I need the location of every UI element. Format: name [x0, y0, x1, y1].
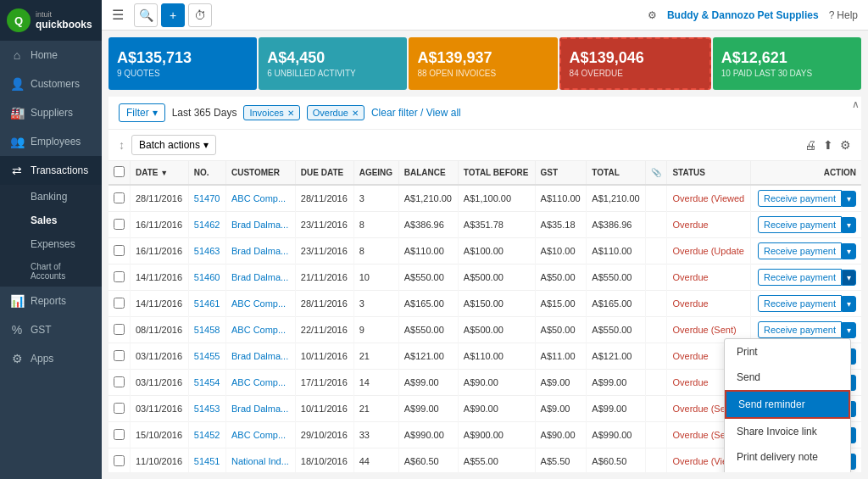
settings-icon[interactable]: ⚙ [840, 138, 851, 152]
receive-payment-button[interactable]: Receive payment [758, 216, 842, 233]
print-icon[interactable]: 🖨 [804, 138, 816, 152]
add-button[interactable]: + [161, 3, 185, 27]
balance-header[interactable]: BALANCE [398, 161, 458, 185]
collapse-button[interactable]: ∧ [852, 98, 860, 110]
unbilled-card[interactable]: A$4,450 6 UNBILLED ACTIVITY [259, 37, 407, 90]
total-before-header[interactable]: TOTAL BEFORE [458, 161, 535, 185]
sidebar-item-customers[interactable]: 👤 Customers [0, 70, 102, 98]
ageing-header[interactable]: AGEING [353, 161, 398, 185]
row-customer[interactable]: Brad Dalma... [225, 396, 295, 422]
sidebar-item-gst[interactable]: % GST [0, 315, 102, 344]
row-checkbox[interactable] [114, 219, 125, 230]
row-no[interactable]: 51461 [188, 291, 225, 317]
row-checkbox[interactable] [114, 245, 125, 256]
row-checkbox[interactable] [114, 192, 125, 203]
row-customer[interactable]: ABC Comp... [225, 317, 295, 343]
sidebar-item-apps[interactable]: ⚙ Apps [0, 344, 102, 373]
sidebar-item-suppliers[interactable]: 🏭 Suppliers [0, 98, 102, 127]
batch-actions-button[interactable]: Batch actions ▾ [131, 135, 216, 155]
overdue-card[interactable]: A$139,046 84 OVERDUE [559, 37, 711, 90]
row-customer[interactable]: National Ind... [225, 448, 295, 473]
table-row: 16/11/2016 51462 Brad Dalma... 23/11/201… [108, 212, 861, 238]
row-customer[interactable]: ABC Comp... [225, 185, 295, 212]
search-button[interactable]: 🔍 [134, 3, 158, 27]
row-checkbox[interactable] [114, 455, 125, 466]
receive-payment-button[interactable]: Receive payment [758, 190, 842, 207]
row-no[interactable]: 51453 [188, 396, 225, 422]
clear-filter-link[interactable]: Clear filter / View all [371, 107, 461, 119]
row-customer[interactable]: ABC Comp... [225, 370, 295, 396]
sidebar-item-chart[interactable]: Chart of Accounts [0, 256, 102, 287]
date-range: Last 365 Days [172, 107, 237, 119]
row-checkbox[interactable] [114, 271, 125, 282]
sidebar-item-sales[interactable]: Sales [0, 209, 102, 232]
sidebar-item-home[interactable]: ⌂ Home [0, 41, 102, 70]
receive-payment-button[interactable]: Receive payment [758, 321, 842, 338]
topbar-left: ☰ 🔍 + ⏱ [112, 3, 212, 27]
paid-card[interactable]: A$12,621 10 PAID LAST 30 DAYS [713, 37, 861, 90]
gear-icon[interactable]: ⚙ [648, 9, 657, 21]
row-checkbox[interactable] [114, 403, 125, 414]
receive-payment-dropdown[interactable]: ▾ [842, 270, 856, 286]
total-header[interactable]: TOTAL [587, 161, 646, 185]
menu-item-send[interactable]: Send [725, 365, 850, 390]
row-customer[interactable]: ABC Comp... [225, 422, 295, 448]
row-no[interactable]: 51451 [188, 448, 225, 473]
row-checkbox[interactable] [114, 376, 125, 387]
due-date-header[interactable]: DUE DATE [295, 161, 353, 185]
row-checkbox-cell [108, 370, 131, 396]
remove-overdue-tag[interactable]: ✕ [352, 109, 359, 118]
row-customer[interactable]: ABC Comp... [225, 291, 295, 317]
row-customer[interactable]: Brad Dalma... [225, 265, 295, 291]
row-no[interactable]: 51463 [188, 238, 225, 265]
sidebar-item-transactions[interactable]: ⇄ Transactions [0, 156, 102, 185]
row-no[interactable]: 51460 [188, 265, 225, 291]
quotes-card[interactable]: A$135,713 9 QUOTES [108, 37, 257, 90]
hamburger-icon[interactable]: ☰ [112, 7, 124, 23]
row-no[interactable]: 51470 [188, 185, 225, 212]
row-checkbox[interactable] [114, 350, 125, 361]
row-checkbox[interactable] [114, 324, 125, 335]
menu-item-share-invoice[interactable]: Share Invoice link [725, 419, 850, 444]
export-icon[interactable]: ⬆ [823, 138, 833, 152]
date-header[interactable]: DATE ▼ [131, 161, 189, 185]
menu-item-copy[interactable]: Copy [725, 470, 850, 472]
receive-payment-dropdown[interactable]: ▾ [842, 322, 856, 338]
row-no[interactable]: 51455 [188, 343, 225, 370]
sidebar-item-banking[interactable]: Banking [0, 185, 102, 209]
status-header[interactable]: STATUS [667, 161, 751, 185]
receive-payment-dropdown[interactable]: ▾ [842, 191, 856, 207]
select-all-checkbox[interactable] [114, 166, 125, 177]
sidebar-item-expenses[interactable]: Expenses [0, 232, 102, 256]
no-header[interactable]: NO. [188, 161, 225, 185]
row-date: 03/11/2016 [131, 396, 189, 422]
menu-item-send-reminder[interactable]: Send reminder [725, 390, 850, 419]
row-no[interactable]: 51462 [188, 212, 225, 238]
receive-payment-dropdown[interactable]: ▾ [842, 243, 856, 259]
receive-payment-button[interactable]: Receive payment [758, 295, 842, 312]
sidebar-item-employees[interactable]: 👥 Employees [0, 127, 102, 156]
company-name[interactable]: Buddy & Dannozo Pet Supplies [667, 9, 819, 21]
row-checkbox[interactable] [114, 429, 125, 440]
row-no[interactable]: 51452 [188, 422, 225, 448]
row-customer[interactable]: Brad Dalma... [225, 238, 295, 265]
receive-payment-button[interactable]: Receive payment [758, 242, 842, 259]
receive-payment-dropdown[interactable]: ▾ [842, 217, 856, 233]
open-invoices-card[interactable]: A$139,937 88 OPEN INVOICES [409, 37, 557, 90]
help-button[interactable]: ? Help [829, 9, 858, 21]
clock-button[interactable]: ⏱ [188, 3, 212, 27]
gst-header[interactable]: GST [535, 161, 587, 185]
menu-item-print-delivery[interactable]: Print delivery note [725, 444, 850, 470]
remove-invoices-tag[interactable]: ✕ [287, 109, 294, 118]
menu-item-print[interactable]: Print [725, 339, 850, 365]
row-customer[interactable]: Brad Dalma... [225, 212, 295, 238]
row-no[interactable]: 51458 [188, 317, 225, 343]
filter-button[interactable]: Filter ▾ [119, 103, 165, 122]
receive-payment-dropdown[interactable]: ▾ [842, 296, 856, 312]
sidebar-item-reports[interactable]: 📊 Reports [0, 287, 102, 315]
row-no[interactable]: 51454 [188, 370, 225, 396]
row-customer[interactable]: Brad Dalma... [225, 343, 295, 370]
customer-header[interactable]: CUSTOMER [225, 161, 295, 185]
row-checkbox[interactable] [114, 298, 125, 309]
receive-payment-button[interactable]: Receive payment [758, 269, 842, 286]
